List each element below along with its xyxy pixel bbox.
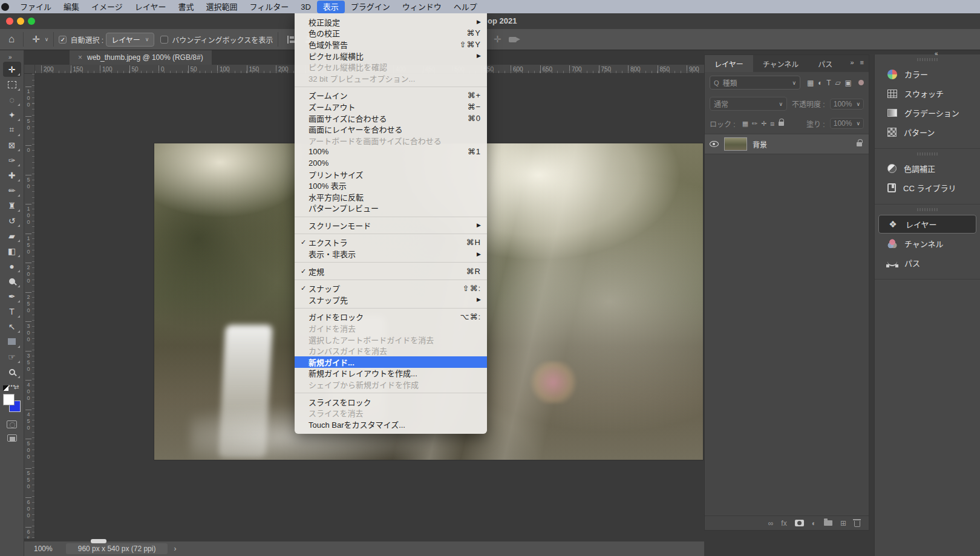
menu-item[interactable]: 100%⌘1 [295,146,487,158]
menubar-item-選択範囲[interactable]: 選択範囲 [200,1,243,13]
filter-pixel-layers-icon[interactable]: ▦ [807,79,814,87]
layer-filter-field[interactable]: Q 種類 ∨ [710,76,800,90]
eyedropper-tool[interactable]: ✑ [3,152,21,168]
panel-tab-パス[interactable]: パス [808,55,842,72]
filter-toggle-icon[interactable] [858,80,864,85]
close-tab-icon[interactable]: × [78,53,82,62]
menu-item[interactable]: 色の校正⌘Y [295,28,487,39]
zoom-window-button[interactable] [28,18,35,25]
dock-item-レイヤー[interactable]: ❖レイヤー [878,215,976,234]
status-chevron-icon[interactable]: › [174,545,176,553]
menu-item[interactable]: Touch Barをカスタマイズ... [295,419,487,430]
add-layer-mask-icon[interactable] [795,520,804,526]
dock-item-CC ライブラリ[interactable]: CC ライブラリ [878,178,976,197]
path-selection-tool[interactable]: ↖ [3,319,21,334]
menubar-item-表示[interactable]: 表示 [317,1,345,13]
menu-item[interactable]: ガイドをロック⌥⌘: [295,312,487,323]
blur-tool[interactable]: ● [3,258,21,273]
menubar-item-編集[interactable]: 編集 [57,1,85,13]
move-tool[interactable]: ✛ [3,62,21,77]
dock-item-パターン[interactable]: パターン [878,123,976,142]
close-window-button[interactable] [6,18,13,25]
pen-tool[interactable]: ✒ [3,289,21,304]
bounding-box-checkbox[interactable] [160,36,168,44]
new-adjustment-layer-icon[interactable]: ◐ [812,519,816,528]
filter-smart-objects-icon[interactable]: ▣ [845,79,852,87]
crop-tool[interactable]: ⌗ [3,122,21,137]
minimize-window-button[interactable] [17,18,24,25]
menu-item[interactable]: 色域外警告⇧⌘Y [295,39,487,50]
healing-brush-tool[interactable]: ✚ [3,168,21,183]
toolbar-expand-icon[interactable]: » [0,50,24,62]
home-icon[interactable]: ⌂ [8,33,15,45]
menu-item[interactable]: 200% [295,157,487,169]
menu-item[interactable]: 画面にレイヤーを合わせる [295,123,487,135]
menu-item[interactable]: パターンプレビュー [295,203,487,214]
lock-transparency-icon[interactable]: ▦ [742,120,748,128]
link-layers-icon[interactable]: ∞ [768,519,774,528]
menu-item[interactable]: スナップ先▶ [295,294,487,306]
lock-artboard-icon[interactable]: ⧈ [771,120,775,128]
lock-all-icon[interactable] [779,122,784,126]
dock-item-色調補正[interactable]: 色調補正 [878,159,976,178]
dock-item-カラー[interactable]: カラー [878,65,976,83]
dock-item-グラデーション[interactable]: グラデーション [878,103,976,122]
lock-position-icon[interactable]: ✛ [761,120,766,128]
filter-type-layers-icon[interactable]: T [826,79,831,87]
menu-item[interactable]: スクリーンモード▶ [295,220,487,231]
filter-adjustment-layers-icon[interactable]: ◐ [818,79,822,87]
menu-item[interactable]: ✓定規⌘R [295,266,487,277]
menu-item[interactable]: ピクセル縦横比▶ [295,50,487,62]
menu-item[interactable]: 校正設定▶ [295,16,487,28]
dodge-tool[interactable] [3,273,21,289]
object-selection-tool[interactable]: ✦ [3,107,21,122]
layer-style-icon[interactable]: fx [781,519,786,528]
menubar-item-フィルター[interactable]: フィルター [243,1,295,13]
frame-tool[interactable]: ⊠ [3,137,21,152]
menu-item[interactable]: ✓エクストラ⌘H [295,237,487,249]
menu-item[interactable]: プリントサイズ [295,169,487,180]
zoom-tool[interactable] [3,364,21,379]
shape-tool[interactable] [3,334,21,349]
gradient-tool[interactable]: ◧ [3,243,21,258]
eraser-tool[interactable]: ▰ [3,228,21,243]
collapse-panels-icon[interactable]: « [935,50,938,57]
zoom-level-field[interactable]: 100% [34,545,53,553]
menu-item[interactable]: ズームアウト⌘− [295,101,487,113]
panel-tab-レイヤー[interactable]: レイヤー [705,55,753,72]
foreground-color-swatch[interactable] [3,394,15,405]
delete-layer-icon[interactable] [854,521,860,527]
document-info[interactable]: 960 px x 540 px (72 ppi) [66,543,168,554]
new-layer-icon[interactable]: ⊞ [840,519,846,528]
dock-grip[interactable] [917,208,938,211]
menubar-item-ヘルプ[interactable]: ヘルプ [448,1,483,13]
history-brush-tool[interactable]: ↺ [3,213,21,228]
layer-thumbnail[interactable] [724,137,747,151]
default-colors-icon[interactable] [3,385,8,391]
screen-mode-icon[interactable] [7,434,17,442]
menubar-item-書式[interactable]: 書式 [172,1,200,13]
brush-tool[interactable]: ✏ [3,183,21,198]
menubar-item-ファイル[interactable]: ファイル [14,1,57,13]
type-tool[interactable]: T [3,304,21,319]
panel-menu-icon[interactable]: ≡ [860,59,864,66]
dock-item-チャンネル[interactable]: チャンネル [878,234,976,253]
filter-shape-layers-icon[interactable]: ▱ [835,79,841,87]
menu-item[interactable]: 100% 表示 [295,180,487,191]
panel-tab-チャンネル[interactable]: チャンネル [753,55,809,72]
menu-item[interactable]: 新規ガイド... [295,356,487,368]
hand-tool[interactable]: ☞ [3,349,21,364]
auto-select-dropdown[interactable]: レイヤー∨ [106,33,154,47]
menu-item[interactable]: スライスをロック [295,396,487,408]
menu-item[interactable]: 水平方向に反転 [295,191,487,203]
lock-pixels-icon[interactable]: ✏ [752,120,757,128]
apple-menu-icon[interactable] [1,3,9,11]
lasso-tool[interactable]: ◌ [3,92,21,107]
layer-lock-icon[interactable] [857,142,862,146]
chevron-down-icon[interactable]: ∨ [45,36,49,42]
swap-colors-icon[interactable]: ⇄ [14,384,19,390]
scrollbar-thumb[interactable] [91,539,106,543]
menu-item[interactable]: 表示・非表示▶ [295,248,487,260]
dock-grip[interactable] [917,58,938,61]
menu-item[interactable]: 画面サイズに合わせる⌘0 [295,113,487,124]
